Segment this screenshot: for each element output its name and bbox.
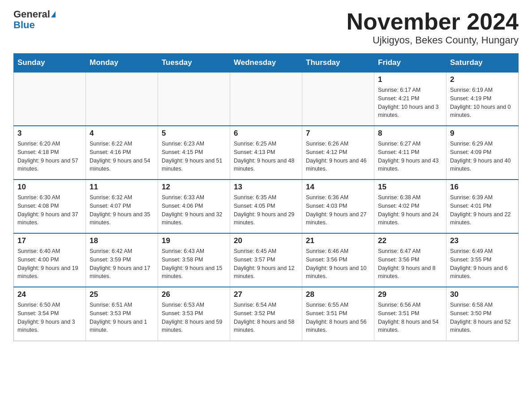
table-row: 24Sunrise: 6:50 AMSunset: 3:54 PMDayligh…: [14, 287, 86, 341]
table-row: 9Sunrise: 6:29 AMSunset: 4:09 PMDaylight…: [446, 126, 519, 180]
day-number: 19: [162, 236, 226, 245]
day-info: Sunrise: 6:55 AMSunset: 3:51 PMDaylight:…: [306, 301, 370, 334]
table-row: 8Sunrise: 6:27 AMSunset: 4:11 PMDaylight…: [374, 126, 446, 180]
day-info: Sunrise: 6:47 AMSunset: 3:56 PMDaylight:…: [378, 247, 442, 281]
day-number: 7: [306, 129, 370, 138]
table-row: 14Sunrise: 6:36 AMSunset: 4:03 PMDayligh…: [302, 180, 374, 233]
calendar-week-row: 1Sunrise: 6:17 AMSunset: 4:21 PMDaylight…: [14, 72, 519, 126]
day-number: 2: [450, 75, 515, 84]
day-info: Sunrise: 6:33 AMSunset: 4:06 PMDaylight:…: [162, 193, 226, 227]
logo-general-text: General: [13, 9, 50, 20]
calendar-header-row: Sunday Monday Tuesday Wednesday Thursday…: [14, 54, 519, 73]
table-row: 22Sunrise: 6:47 AMSunset: 3:56 PMDayligh…: [374, 233, 446, 287]
day-number: 14: [306, 183, 370, 192]
logo-blue-text: Blue: [13, 20, 35, 30]
day-info: Sunrise: 6:39 AMSunset: 4:01 PMDaylight:…: [450, 193, 515, 227]
day-number: 23: [450, 236, 515, 245]
header-tuesday: Tuesday: [158, 54, 230, 73]
day-info: Sunrise: 6:58 AMSunset: 3:50 PMDaylight:…: [450, 301, 515, 334]
table-row: 6Sunrise: 6:25 AMSunset: 4:13 PMDaylight…: [230, 126, 302, 180]
calendar-week-row: 17Sunrise: 6:40 AMSunset: 4:00 PMDayligh…: [14, 233, 519, 287]
table-row: 13Sunrise: 6:35 AMSunset: 4:05 PMDayligh…: [230, 180, 302, 233]
day-info: Sunrise: 6:35 AMSunset: 4:05 PMDaylight:…: [234, 193, 298, 227]
day-info: Sunrise: 6:50 AMSunset: 3:54 PMDaylight:…: [17, 301, 82, 334]
calendar-week-row: 24Sunrise: 6:50 AMSunset: 3:54 PMDayligh…: [14, 287, 519, 341]
day-info: Sunrise: 6:30 AMSunset: 4:08 PMDaylight:…: [17, 193, 82, 227]
table-row: 1Sunrise: 6:17 AMSunset: 4:21 PMDaylight…: [374, 72, 446, 126]
day-number: 15: [378, 183, 442, 192]
day-info: Sunrise: 6:49 AMSunset: 3:55 PMDaylight:…: [450, 247, 515, 281]
header-wednesday: Wednesday: [230, 54, 302, 73]
logo-triangle-icon: [51, 11, 56, 17]
day-number: 4: [90, 129, 154, 138]
day-info: Sunrise: 6:19 AMSunset: 4:19 PMDaylight:…: [450, 86, 515, 120]
title-area: November 2024 Ujkigyos, Bekes County, Hu…: [347, 9, 519, 46]
day-info: Sunrise: 6:45 AMSunset: 3:57 PMDaylight:…: [234, 247, 298, 281]
day-info: Sunrise: 6:56 AMSunset: 3:51 PMDaylight:…: [378, 301, 442, 334]
table-row: [230, 72, 302, 126]
table-row: 21Sunrise: 6:46 AMSunset: 3:56 PMDayligh…: [302, 233, 374, 287]
day-info: Sunrise: 6:26 AMSunset: 4:12 PMDaylight:…: [306, 140, 370, 173]
day-info: Sunrise: 6:22 AMSunset: 4:16 PMDaylight:…: [90, 140, 154, 173]
day-number: 10: [17, 183, 82, 192]
day-info: Sunrise: 6:29 AMSunset: 4:09 PMDaylight:…: [450, 140, 515, 173]
table-row: 7Sunrise: 6:26 AMSunset: 4:12 PMDaylight…: [302, 126, 374, 180]
table-row: 19Sunrise: 6:43 AMSunset: 3:58 PMDayligh…: [158, 233, 230, 287]
day-number: 27: [234, 290, 298, 299]
day-number: 9: [450, 129, 515, 138]
calendar-week-row: 10Sunrise: 6:30 AMSunset: 4:08 PMDayligh…: [14, 180, 519, 233]
table-row: 2Sunrise: 6:19 AMSunset: 4:19 PMDaylight…: [446, 72, 519, 126]
day-number: 8: [378, 129, 442, 138]
day-number: 11: [90, 183, 154, 192]
day-info: Sunrise: 6:40 AMSunset: 4:00 PMDaylight:…: [17, 247, 82, 281]
table-row: 15Sunrise: 6:38 AMSunset: 4:02 PMDayligh…: [374, 180, 446, 233]
logo: General Blue: [13, 9, 56, 30]
day-number: 21: [306, 236, 370, 245]
day-number: 12: [162, 183, 226, 192]
calendar-title: November 2024: [347, 9, 519, 34]
day-number: 13: [234, 183, 298, 192]
table-row: 4Sunrise: 6:22 AMSunset: 4:16 PMDaylight…: [86, 126, 158, 180]
day-info: Sunrise: 6:27 AMSunset: 4:11 PMDaylight:…: [378, 140, 442, 173]
calendar-week-row: 3Sunrise: 6:20 AMSunset: 4:18 PMDaylight…: [14, 126, 519, 180]
day-number: 28: [306, 290, 370, 299]
header-saturday: Saturday: [446, 54, 519, 73]
day-info: Sunrise: 6:42 AMSunset: 3:59 PMDaylight:…: [90, 247, 154, 281]
table-row: 18Sunrise: 6:42 AMSunset: 3:59 PMDayligh…: [86, 233, 158, 287]
table-row: 20Sunrise: 6:45 AMSunset: 3:57 PMDayligh…: [230, 233, 302, 287]
table-row: 23Sunrise: 6:49 AMSunset: 3:55 PMDayligh…: [446, 233, 519, 287]
day-number: 5: [162, 129, 226, 138]
table-row: 10Sunrise: 6:30 AMSunset: 4:08 PMDayligh…: [14, 180, 86, 233]
day-number: 3: [17, 129, 82, 138]
day-number: 30: [450, 290, 515, 299]
table-row: 11Sunrise: 6:32 AMSunset: 4:07 PMDayligh…: [86, 180, 158, 233]
day-info: Sunrise: 6:23 AMSunset: 4:15 PMDaylight:…: [162, 140, 226, 173]
day-info: Sunrise: 6:46 AMSunset: 3:56 PMDaylight:…: [306, 247, 370, 281]
header-friday: Friday: [374, 54, 446, 73]
page-header: General Blue November 2024 Ujkigyos, Bek…: [13, 9, 519, 46]
day-number: 16: [450, 183, 515, 192]
calendar-subtitle: Ujkigyos, Bekes County, Hungary: [347, 34, 519, 46]
header-thursday: Thursday: [302, 54, 374, 73]
table-row: [14, 72, 86, 126]
day-info: Sunrise: 6:32 AMSunset: 4:07 PMDaylight:…: [90, 193, 154, 227]
day-info: Sunrise: 6:25 AMSunset: 4:13 PMDaylight:…: [234, 140, 298, 173]
day-number: 1: [378, 75, 442, 84]
day-info: Sunrise: 6:38 AMSunset: 4:02 PMDaylight:…: [378, 193, 442, 227]
day-info: Sunrise: 6:20 AMSunset: 4:18 PMDaylight:…: [17, 140, 82, 173]
day-info: Sunrise: 6:43 AMSunset: 3:58 PMDaylight:…: [162, 247, 226, 281]
table-row: [158, 72, 230, 126]
table-row: 12Sunrise: 6:33 AMSunset: 4:06 PMDayligh…: [158, 180, 230, 233]
day-info: Sunrise: 6:36 AMSunset: 4:03 PMDaylight:…: [306, 193, 370, 227]
day-number: 17: [17, 236, 82, 245]
table-row: 30Sunrise: 6:58 AMSunset: 3:50 PMDayligh…: [446, 287, 519, 341]
table-row: 16Sunrise: 6:39 AMSunset: 4:01 PMDayligh…: [446, 180, 519, 233]
day-info: Sunrise: 6:54 AMSunset: 3:52 PMDaylight:…: [234, 301, 298, 334]
day-number: 25: [90, 290, 154, 299]
calendar-table: Sunday Monday Tuesday Wednesday Thursday…: [13, 53, 519, 341]
table-row: 3Sunrise: 6:20 AMSunset: 4:18 PMDaylight…: [14, 126, 86, 180]
day-number: 26: [162, 290, 226, 299]
day-info: Sunrise: 6:53 AMSunset: 3:53 PMDaylight:…: [162, 301, 226, 334]
table-row: [302, 72, 374, 126]
day-number: 29: [378, 290, 442, 299]
